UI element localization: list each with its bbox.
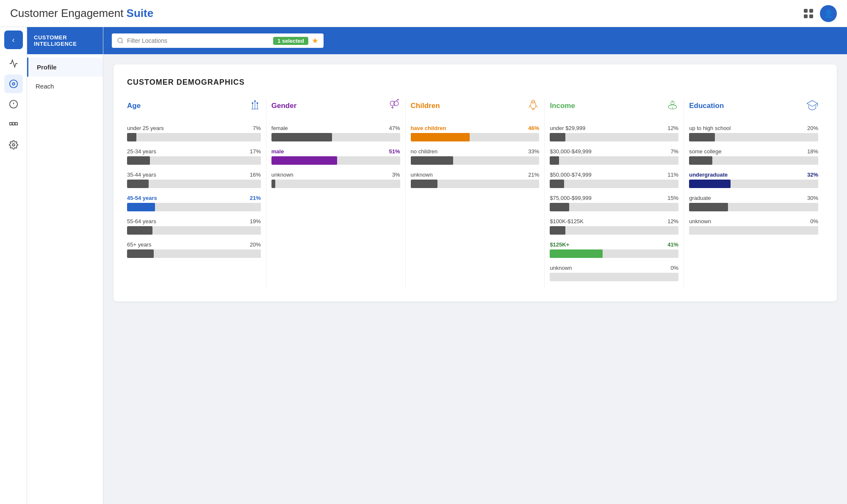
income-label-75-100k: $75,000-$99,999 <box>550 195 591 201</box>
children-val-have: 46% <box>528 125 539 131</box>
age-fill-25-34 <box>127 156 150 165</box>
age-track-35-44 <box>127 180 261 188</box>
demographics-grid: Age <box>127 99 823 288</box>
children-track-unknown <box>411 180 540 188</box>
children-row-unknown: unknown 21% <box>411 172 540 188</box>
svg-line-24 <box>529 105 531 108</box>
age-fill-35-44 <box>127 180 149 188</box>
children-label-unknown: unknown <box>411 172 433 178</box>
selected-badge: 1 selected <box>273 37 308 45</box>
filter-locations-input[interactable] <box>127 37 270 44</box>
icon-sidebar: ‹ <box>0 27 27 504</box>
module-title-text: CUSTOMER INTELLIGENCE <box>34 34 96 47</box>
svg-point-23 <box>531 102 536 109</box>
income-track-100-125k <box>550 226 678 235</box>
age-val-45-54: 21% <box>250 195 261 201</box>
income-col-header: Income <box>550 99 678 116</box>
age-val-35-44: 16% <box>250 172 261 178</box>
education-column: Education up to high s <box>684 99 823 288</box>
age-row-35-44: 35-44 years 16% <box>127 172 261 188</box>
age-val-65plus: 20% <box>250 241 261 248</box>
edu-row-highschool: up to high school 20% <box>689 125 818 141</box>
age-val-25-34: 17% <box>250 148 261 155</box>
age-row-45-54: 45-54 years 21% <box>127 195 261 211</box>
income-row-125kplus: $125K+ 41% <box>550 241 678 258</box>
age-column: Age <box>127 99 266 288</box>
app-shell: ‹ CUSTOMER INTELLIGENCE Profile Reach <box>0 27 847 504</box>
sidebar-target-icon[interactable] <box>4 75 23 93</box>
children-fill-have <box>411 133 470 141</box>
gender-row-male: male 51% <box>271 148 400 165</box>
children-col-title: Children <box>411 102 440 110</box>
age-col-icon <box>249 99 261 113</box>
gender-track-female <box>271 133 400 141</box>
income-fill-30-50k <box>550 156 559 165</box>
children-column: Children <box>406 99 545 288</box>
demographics-container: CUSTOMER DEMOGRAPHICS Age <box>103 54 847 504</box>
svg-point-13 <box>252 102 253 104</box>
edu-track-graduate <box>689 203 818 211</box>
main-content: 1 selected ★ CUSTOMER DEMOGRAPHICS Age <box>103 27 847 504</box>
app-title-normal: Customer Engagement <box>10 7 123 19</box>
income-label-125kplus: $125K+ <box>550 241 569 248</box>
svg-line-8 <box>122 42 123 43</box>
back-icon: ‹ <box>12 36 15 44</box>
nav-item-profile[interactable]: Profile <box>27 58 103 77</box>
demographics-card: CUSTOMER DEMOGRAPHICS Age <box>113 64 837 302</box>
children-row-none: no children 33% <box>411 148 540 165</box>
income-val-50-75k: 11% <box>667 172 678 178</box>
edu-label-highschool: up to high school <box>689 125 731 131</box>
income-col-icon <box>667 99 678 113</box>
age-label-35-44: 35-44 years <box>127 172 156 178</box>
search-icon <box>117 37 124 44</box>
gender-track-male <box>271 156 400 165</box>
income-track-unknown <box>550 273 678 281</box>
gender-label-unknown: unknown <box>271 172 293 178</box>
gender-col-title: Gender <box>271 102 297 110</box>
income-label-30-50k: $30,000-$49,999 <box>550 148 591 155</box>
user-icon: 👤 <box>824 9 833 18</box>
gender-val-female: 47% <box>389 125 400 131</box>
children-label-none: no children <box>411 148 438 155</box>
edu-track-highschool <box>689 133 818 141</box>
sidebar-dots-icon[interactable] <box>4 115 23 134</box>
income-track-75-100k <box>550 203 678 211</box>
gender-col-icon <box>388 99 400 113</box>
edu-val-highschool: 20% <box>807 125 818 131</box>
children-fill-unknown <box>411 180 438 188</box>
svg-line-28 <box>533 109 534 110</box>
svg-point-6 <box>12 144 15 146</box>
children-label-have: have children <box>411 125 446 131</box>
svg-rect-5 <box>15 122 17 125</box>
apps-grid-icon[interactable] <box>804 9 813 18</box>
age-row-65plus: 65+ years 20% <box>127 241 261 258</box>
left-panel-nav: Profile Reach <box>27 54 103 99</box>
nav-item-reach-label: Reach <box>36 83 54 90</box>
income-label-unknown: unknown <box>550 265 572 271</box>
user-avatar[interactable]: 👤 <box>820 5 837 22</box>
back-button[interactable]: ‹ <box>4 30 23 49</box>
children-val-unknown: 21% <box>528 172 539 178</box>
gender-track-unknown <box>271 180 400 188</box>
edu-label-graduate: graduate <box>689 195 711 201</box>
income-track-125kplus <box>550 249 678 258</box>
module-title: CUSTOMER INTELLIGENCE <box>27 27 103 54</box>
income-label-100-125k: $100K-$125K <box>550 218 584 224</box>
sidebar-gauge-icon[interactable] <box>4 95 23 114</box>
income-row-unknown: unknown 0% <box>550 265 678 281</box>
income-fill-75-100k <box>550 203 569 211</box>
age-fill-55-64 <box>127 226 152 235</box>
nav-item-reach[interactable]: Reach <box>27 77 103 96</box>
svg-point-0 <box>9 80 17 88</box>
age-fill-65plus <box>127 249 154 258</box>
app-logo: Customer Engagement Suite <box>10 7 153 20</box>
sidebar-settings-icon[interactable] <box>4 136 23 154</box>
sidebar-chart-icon[interactable] <box>4 54 23 73</box>
income-row-100-125k: $100K-$125K 12% <box>550 218 678 235</box>
edu-val-undergrad: 32% <box>807 172 818 178</box>
age-col-title: Age <box>127 102 141 110</box>
edu-row-somecollege: some college 18% <box>689 148 818 165</box>
age-val-under25: 7% <box>253 125 261 131</box>
favorite-star-icon[interactable]: ★ <box>312 36 318 45</box>
filter-search-box[interactable]: 1 selected ★ <box>112 33 324 48</box>
